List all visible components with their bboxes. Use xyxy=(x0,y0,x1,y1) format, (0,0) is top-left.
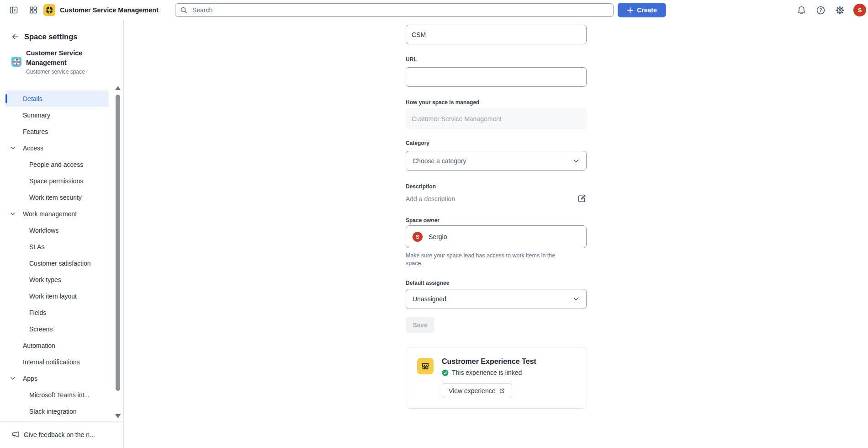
sidebar-item-automation[interactable]: Automation xyxy=(5,337,109,354)
owner-avatar: S xyxy=(413,232,423,242)
sidebar-item-internal-notifications[interactable]: Internal notifications xyxy=(5,354,109,370)
sidebar-title: Space settings xyxy=(24,32,77,41)
give-feedback-link[interactable]: Give feedback on the n... xyxy=(11,431,95,439)
sidebar-nav: DetailsSummaryFeaturesAccessPeople and a… xyxy=(5,91,109,420)
category-label: Category xyxy=(406,140,587,146)
owner-name: Sergio xyxy=(429,233,447,240)
sidebar-item-details[interactable]: Details xyxy=(5,91,109,107)
sidebar-item-screens[interactable]: Screens xyxy=(5,321,109,337)
gear-icon xyxy=(835,5,845,15)
sidebar-item-customer-satisfaction[interactable]: Customer satisfaction xyxy=(5,255,109,272)
edit-description-button[interactable] xyxy=(577,194,587,203)
save-button[interactable]: Save xyxy=(406,317,434,333)
sidebar-item-apps[interactable]: Apps xyxy=(5,370,109,387)
space-owner-select[interactable]: S Sergio xyxy=(406,225,587,248)
sidebar-item-features[interactable]: Features xyxy=(5,123,109,140)
user-avatar[interactable]: S xyxy=(853,4,866,16)
notifications-button[interactable] xyxy=(796,5,807,16)
sidebar-item-label: People and access xyxy=(29,161,83,168)
create-button[interactable]: Create xyxy=(618,3,666,17)
sidebar-item-label: Space permissions xyxy=(29,177,83,185)
sidebar-item-slas[interactable]: SLAs xyxy=(5,239,109,255)
sidebar-scrollbar[interactable] xyxy=(115,86,121,418)
space-settings-sidebar: Space settings Customer Service Manageme… xyxy=(0,20,124,448)
experience-title: Custromer Experience Test xyxy=(442,357,536,366)
help-button[interactable]: ? xyxy=(815,5,826,16)
sidebar-item-access[interactable]: Access xyxy=(5,140,109,156)
chevron-down-icon xyxy=(10,211,16,217)
default-assignee-select[interactable]: Unassigned xyxy=(406,289,587,309)
sidebar-item-label: Screens xyxy=(29,325,53,333)
svg-text:?: ? xyxy=(819,7,822,13)
storefront-icon xyxy=(417,358,434,374)
managed-field-value: Customer Service Management xyxy=(412,115,502,123)
top-bar-right: ? S xyxy=(796,0,866,20)
sidebar-item-summary[interactable]: Summary xyxy=(5,107,109,123)
owner-avatar-initial: S xyxy=(416,234,419,240)
sidebar-item-label: Details xyxy=(23,95,42,102)
space-lifebuoy-icon xyxy=(11,57,21,67)
check-circle-icon xyxy=(442,369,449,376)
category-select-value: Choose a category xyxy=(413,157,466,165)
search-box[interactable] xyxy=(175,3,614,17)
search-icon xyxy=(180,6,188,14)
view-experience-button[interactable]: View experience xyxy=(442,383,512,398)
sidebar-item-space-permissions[interactable]: Space permissions xyxy=(5,173,109,189)
sidebar-item-label: Automation xyxy=(23,342,55,349)
description-label: Description xyxy=(406,183,587,190)
experience-card: Custromer Experience Test This experienc… xyxy=(406,347,587,409)
chevron-down-icon xyxy=(572,157,580,165)
sidebar-item-label: Workflows xyxy=(29,227,58,234)
chevron-down-icon xyxy=(572,295,580,303)
description-row: Add a description xyxy=(406,194,587,203)
settings-button[interactable] xyxy=(834,5,845,16)
app-logo-lifebuoy-icon xyxy=(43,4,55,16)
sidebar-item-label: Fields xyxy=(29,309,46,316)
app-title: Customer Service Management xyxy=(60,0,159,20)
sidebar-collapse-button[interactable] xyxy=(6,3,21,17)
default-assignee-value: Unassigned xyxy=(413,295,446,303)
user-avatar-initial: S xyxy=(858,7,862,14)
sidebar-item-work-item-layout[interactable]: Work item layout xyxy=(5,288,109,304)
sidebar-item-work-item-security[interactable]: Work item security xyxy=(5,189,109,206)
bell-icon xyxy=(797,5,806,15)
sidebar-item-slack-integration[interactable]: Slack integration xyxy=(5,403,109,420)
help-icon: ? xyxy=(816,5,826,15)
sidebar-item-label: Work types xyxy=(29,276,61,283)
description-placeholder: Add a description xyxy=(406,195,455,203)
sidebar-item-label: Features xyxy=(23,128,48,135)
space-name-input[interactable] xyxy=(406,25,587,44)
sidebar-item-work-types[interactable]: Work types xyxy=(5,272,109,288)
create-button-label: Create xyxy=(637,6,657,14)
space-subtitle: Customer service space xyxy=(26,69,99,75)
sidebar-item-label: Slack integration xyxy=(29,408,77,415)
sidebar-header: Space settings xyxy=(0,29,123,44)
managed-label: How your space is managed xyxy=(406,99,587,106)
sidebar-item-label: SLAs xyxy=(29,243,44,251)
sidebar-item-work-management[interactable]: Work management xyxy=(5,206,109,222)
sidebar-item-microsoft-teams-int[interactable]: Microsoft Teams int... xyxy=(5,387,109,403)
sidebar-item-label: Customer satisfaction xyxy=(29,260,91,267)
scrollbar-thumb[interactable] xyxy=(116,95,120,391)
sidebar-item-workflows[interactable]: Workflows xyxy=(5,222,109,239)
sidebar-item-people-and-access[interactable]: People and access xyxy=(5,156,109,173)
scrollbar-up-arrow[interactable] xyxy=(115,86,121,90)
sidebar-item-fields[interactable]: Fields xyxy=(5,304,109,321)
chevron-down-icon xyxy=(10,375,16,382)
sidebar-item-label: Internal notifications xyxy=(23,358,80,366)
external-link-icon xyxy=(499,388,505,394)
scrollbar-down-arrow[interactable] xyxy=(115,414,121,418)
managed-field: Customer Service Management xyxy=(406,108,587,129)
back-button[interactable] xyxy=(10,31,21,42)
space-info: Customer Service Management Customer ser… xyxy=(11,48,99,75)
space-text: Customer Service Management Customer ser… xyxy=(26,48,99,75)
sidebar-item-label: Apps xyxy=(23,375,37,382)
give-feedback-label: Give feedback on the n... xyxy=(24,431,95,438)
sidebar-footer: Give feedback on the n... xyxy=(0,421,123,448)
experience-status: This experience is linked xyxy=(442,369,522,376)
url-input[interactable] xyxy=(406,67,587,87)
search-input[interactable] xyxy=(191,6,609,14)
app-switcher-button[interactable] xyxy=(26,3,41,17)
category-select[interactable]: Choose a category xyxy=(406,151,587,171)
space-owner-help-text: Make sure your space lead has access to … xyxy=(406,252,561,267)
